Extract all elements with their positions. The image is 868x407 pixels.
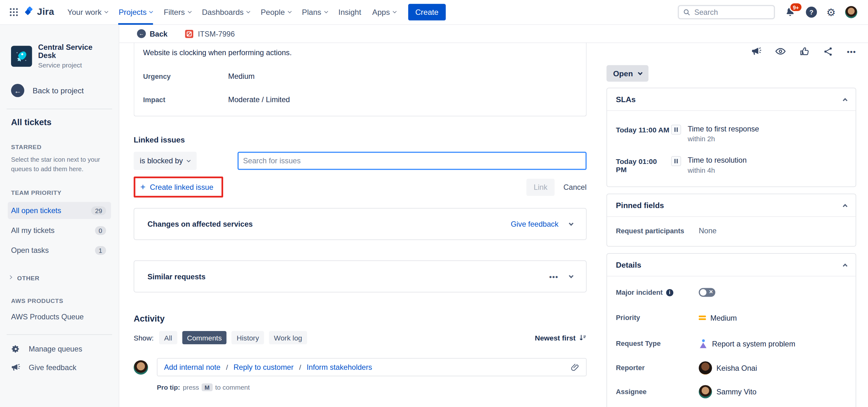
comment-composer[interactable]: Add internal note / Reply to customer / … — [157, 358, 587, 376]
expand-chevron-icon[interactable] — [569, 223, 573, 225]
sort-order-button[interactable]: Newest first — [535, 334, 587, 342]
major-incident-toggle[interactable]: ✕ — [699, 288, 716, 297]
sidebar-give-feedback[interactable]: Give feedback — [11, 363, 111, 373]
current-user-avatar — [134, 360, 148, 375]
incident-type-icon — [185, 30, 193, 38]
jira-logo-icon — [23, 6, 35, 18]
filter-history[interactable]: History — [232, 331, 264, 344]
vote-thumbs-up-icon[interactable] — [800, 46, 810, 57]
queue-count-badge: 1 — [95, 246, 106, 255]
search-icon — [683, 8, 691, 16]
jira-logo[interactable]: Jira — [23, 6, 54, 18]
add-internal-note-link[interactable]: Add internal note — [164, 363, 221, 371]
details-header: Details — [607, 254, 856, 276]
sla-paused-icon[interactable] — [671, 156, 681, 166]
plus-icon: + — [141, 182, 146, 191]
app-switcher-icon[interactable] — [7, 5, 21, 20]
priority-value[interactable]: Medium — [699, 314, 847, 322]
slas-card: SLAs Today 11:00 AM Time to first respon… — [607, 88, 856, 187]
reply-to-customer-link[interactable]: Reply to customer — [234, 363, 293, 371]
request-participants-value[interactable]: None — [699, 227, 847, 235]
collapse-chevron-icon[interactable] — [843, 202, 847, 208]
link-button[interactable]: Link — [526, 178, 555, 196]
chevron-down-icon — [187, 158, 190, 162]
create-linked-issue-annotation: + Create linked issue — [134, 176, 223, 198]
sidebar-divider — [7, 109, 112, 109]
request-type-value[interactable]: Report a system problem — [699, 339, 847, 348]
pinned-fields-card: Pinned fields Request participants None — [607, 194, 856, 246]
filter-comments[interactable]: Comments — [182, 331, 227, 344]
issue-side-panel: ••• Open SLAs Today 11:00 AM Time to fir… — [607, 42, 856, 407]
more-actions-icon[interactable]: ••• — [549, 272, 558, 280]
issue-search-input[interactable] — [243, 157, 581, 165]
global-search-input[interactable] — [694, 8, 755, 16]
all-tickets-heading: All tickets — [11, 117, 111, 128]
link-type-select[interactable]: is blocked by — [134, 151, 197, 170]
changes-on-affected-services-card: Changes on affected services Give feedba… — [134, 208, 587, 240]
pinned-fields-header: Pinned fields — [607, 194, 856, 217]
sidebar-item-all-open-tickets[interactable]: All open tickets 29 — [8, 202, 111, 219]
nav-apps[interactable]: Apps — [367, 0, 402, 25]
expand-chevron-icon[interactable] — [569, 275, 573, 277]
settings-gear-icon[interactable]: ⚙ — [826, 7, 836, 18]
inform-stakeholders-link[interactable]: Inform stakeholders — [307, 363, 372, 371]
more-actions-icon[interactable]: ••• — [847, 47, 856, 56]
linked-issues-controls: is blocked by — [134, 151, 587, 170]
profile-avatar[interactable] — [845, 6, 858, 18]
project-header: Central Service Desk Service project — [11, 43, 111, 69]
project-name: Central Service Desk — [38, 43, 111, 60]
chevron-down-icon — [149, 9, 153, 13]
urgency-value[interactable]: Medium — [228, 72, 577, 80]
issue-description-text: Website is clocking when performing acti… — [143, 48, 577, 57]
main-region: ← Back ITSM-7996 Website is clocking whe… — [119, 25, 868, 407]
info-icon[interactable]: i — [666, 289, 673, 296]
breadcrumb-issue-key[interactable]: ITSM-7996 — [185, 30, 235, 38]
impact-field: Impact Moderate / Limited — [143, 96, 577, 104]
notifications-bell-icon[interactable]: 9+ — [784, 6, 797, 18]
help-icon[interactable]: ? — [806, 7, 817, 18]
back-to-project[interactable]: ← Back to project — [11, 84, 111, 97]
starred-heading: STARRED — [11, 143, 111, 150]
attachment-paperclip-icon[interactable] — [570, 363, 580, 372]
watch-eye-icon[interactable] — [775, 46, 786, 57]
impact-value[interactable]: Moderate / Limited — [228, 96, 577, 104]
nav-your-work[interactable]: Your work — [62, 0, 113, 25]
give-feedback-link[interactable]: Give feedback — [511, 220, 558, 228]
global-search[interactable] — [678, 5, 775, 20]
priority-medium-icon — [699, 315, 706, 320]
queue-count-badge: 29 — [91, 206, 106, 215]
assignee-value[interactable]: Sammy Vito — [699, 385, 847, 399]
collapse-chevron-icon[interactable] — [843, 97, 847, 102]
sidebar-item-all-my-tickets[interactable]: All my tickets 0 — [8, 222, 111, 239]
nav-people[interactable]: People — [255, 0, 297, 25]
feedback-megaphone-icon[interactable] — [751, 46, 762, 57]
create-button[interactable]: Create — [408, 4, 446, 21]
collapse-chevron-icon[interactable] — [843, 262, 847, 268]
breadcrumb-back[interactable]: ← Back — [137, 29, 167, 38]
create-linked-issue-link[interactable]: Create linked issue — [150, 183, 213, 191]
aws-products-heading: AWS PRODUCTS — [11, 298, 111, 304]
nav-filters[interactable]: Filters — [158, 0, 196, 25]
reporter-value[interactable]: Keisha Onai — [699, 361, 847, 375]
sidebar-section-other[interactable]: OTHER — [9, 275, 111, 281]
filter-all[interactable]: All — [159, 331, 177, 344]
linked-issues-actions: + Create linked issue Link Cancel — [134, 176, 587, 198]
sidebar-item-aws-products-queue[interactable]: AWS Products Queue — [11, 313, 111, 321]
issue-search-box — [238, 151, 587, 170]
share-icon[interactable] — [823, 46, 834, 57]
nav-projects[interactable]: Projects — [113, 0, 158, 25]
cancel-button[interactable]: Cancel — [563, 183, 587, 191]
sidebar-item-open-tasks[interactable]: Open tasks 1 — [8, 242, 111, 259]
filter-work-log[interactable]: Work log — [269, 331, 307, 344]
chevron-down-icon — [246, 9, 250, 13]
nav-plans[interactable]: Plans — [297, 0, 333, 25]
status-dropdown[interactable]: Open — [607, 65, 649, 82]
notifications-badge: 9+ — [789, 2, 803, 12]
team-priority-heading: TEAM PRIORITY — [11, 190, 111, 196]
manage-queues[interactable]: Manage queues — [11, 345, 111, 354]
nav-insight[interactable]: Insight — [333, 0, 367, 25]
chevron-right-icon — [8, 275, 12, 279]
sla-paused-icon[interactable] — [671, 125, 681, 135]
rocket-icon — [14, 49, 29, 63]
nav-dashboards[interactable]: Dashboards — [196, 0, 255, 25]
